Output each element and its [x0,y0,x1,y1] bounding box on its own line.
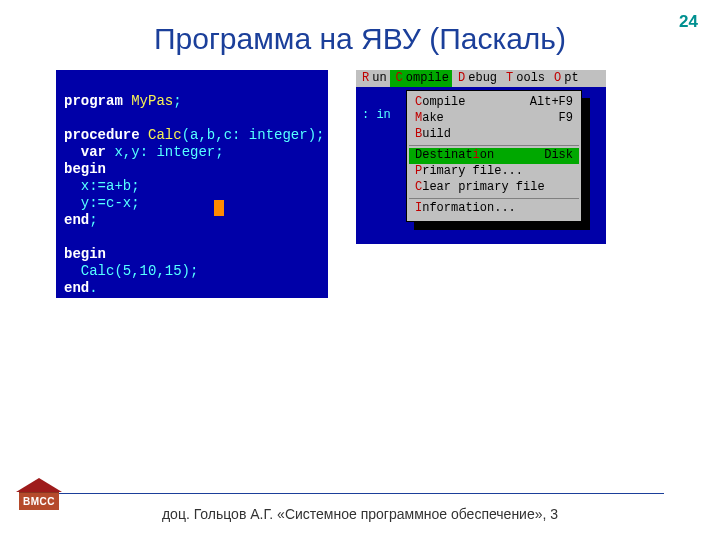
bmcc-logo: ВМСС [16,478,62,510]
dd-primary-text: rimary file... [422,164,523,178]
dd-dest-t1: Destinat [415,148,473,162]
slide-number: 24 [679,12,698,32]
logo-roof-icon [16,478,62,492]
stmt1: x:=a+b; [64,178,140,194]
menu-compile[interactable]: Compile [390,70,452,87]
text-cursor [214,200,224,216]
stmt2: y:=c-x; [64,195,140,211]
dd-primary[interactable]: Primary file... [413,164,575,180]
hot-t: T [503,70,516,86]
semi2: ; [89,212,97,228]
pascal-code-editor: program MyPas; procedure Calc(a,b,c: int… [56,70,328,298]
dd-build[interactable]: Build [413,127,575,143]
kw-end1: end [64,212,89,228]
dd-make[interactable]: Make F9 [413,111,575,127]
call: Calc(5,10,15); [64,263,198,279]
var-decl: x,y: integer; [114,144,223,160]
dd-dest-t2: on [480,148,494,162]
hot-o: O [551,70,564,86]
hot-r: R [359,70,372,86]
menu-opt[interactable]: Opt [548,70,582,87]
dd-compile-text: ompile [422,95,465,109]
logo-text: ВМСС [19,492,59,510]
dd-dest-value: Disk [544,148,573,164]
kw-begin2: begin [64,246,106,262]
dd-info-text: nformation... [422,201,516,215]
semi1: ; [173,93,181,109]
kw-var: var [64,144,114,160]
menu-tools[interactable]: Tools [500,70,548,87]
kw-begin1: begin [64,161,106,177]
proc-sig: (a,b,c: integer); [182,127,325,143]
kw-end2: end [64,280,89,296]
ide-bg-code: : in [362,108,391,123]
dd-make-text: ake [422,111,444,125]
hot-d: D [455,70,468,86]
dd-info[interactable]: Information... [413,201,575,217]
kw-procedure: procedure [64,127,148,143]
dd-compile[interactable]: Compile Alt+F9 [413,95,575,111]
ide-screenshot: RRunun Compile Debug Tools Opt : in Comp… [356,70,606,244]
dd-sep1 [409,145,579,146]
content-panels: program MyPas; procedure Calc(a,b,c: int… [0,70,720,298]
prog-name: MyPas [131,93,173,109]
footer-divider [56,493,664,494]
ide-menubar: RRunun Compile Debug Tools Opt [356,70,606,87]
footer-text: доц. Гольцов А.Г. «Системное программное… [0,506,720,522]
page-title: Программа на ЯВУ (Паскаль) [0,0,720,70]
dd-dest-hot: i [473,148,480,162]
dd-destination[interactable]: Destination Disk [409,148,579,164]
dd-clear-text: lear primary file [422,180,544,194]
dd-sep2 [409,198,579,199]
proc-name: Calc [148,127,182,143]
dot: . [89,280,97,296]
hot-c: C [393,70,406,86]
menu-debug[interactable]: Debug [452,70,500,87]
dd-clear[interactable]: Clear primary file [413,180,575,196]
kw-program: program [64,93,131,109]
dd-make-shortcut: F9 [559,111,573,127]
dd-compile-shortcut: Alt+F9 [530,95,573,111]
dd-build-text: uild [422,127,451,141]
menu-run[interactable]: RRunun [356,70,390,87]
compile-dropdown: Compile Alt+F9 Make F9 Build Destination… [406,90,582,222]
